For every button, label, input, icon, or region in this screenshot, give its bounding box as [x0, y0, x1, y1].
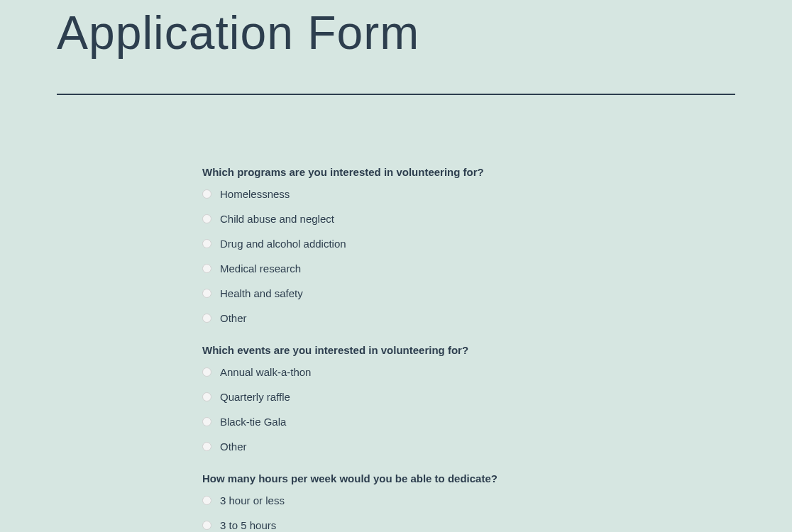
- option-label: Black-tie Gala: [220, 416, 286, 428]
- option-child-abuse: Child abuse and neglect: [202, 213, 678, 225]
- radio-walkathon[interactable]: [202, 367, 211, 377]
- radio-other-programs[interactable]: [202, 314, 211, 323]
- question-text: Which programs are you interested in vol…: [202, 166, 678, 178]
- option-3-to-5: 3 to 5 hours: [202, 519, 678, 531]
- option-3-or-less: 3 hour or less: [202, 494, 678, 506]
- option-other-programs: Other: [202, 312, 678, 324]
- option-label: 3 to 5 hours: [220, 519, 276, 531]
- option-raffle: Quarterly raffle: [202, 391, 678, 403]
- option-label: Annual walk-a-thon: [220, 366, 311, 378]
- radio-3-or-less[interactable]: [202, 496, 211, 505]
- radio-health-safety[interactable]: [202, 289, 211, 298]
- radio-other-events[interactable]: [202, 442, 211, 451]
- question-events: Which events are you interested in volun…: [202, 344, 678, 453]
- question-text: Which events are you interested in volun…: [202, 344, 678, 356]
- radio-medical-research[interactable]: [202, 264, 211, 273]
- option-label: Child abuse and neglect: [220, 213, 334, 225]
- option-label: Quarterly raffle: [220, 391, 290, 403]
- option-gala: Black-tie Gala: [202, 416, 678, 428]
- option-homelessness: Homelessness: [202, 188, 678, 200]
- option-label: 3 hour or less: [220, 494, 285, 506]
- option-health-safety: Health and safety: [202, 287, 678, 299]
- option-drug-alcohol: Drug and alcohol addiction: [202, 238, 678, 250]
- radio-homelessness[interactable]: [202, 189, 211, 199]
- divider: [57, 94, 735, 95]
- option-group-programs: Homelessness Child abuse and neglect Dru…: [202, 188, 678, 324]
- form-content: Which programs are you interested in vol…: [57, 166, 735, 531]
- question-programs: Which programs are you interested in vol…: [202, 166, 678, 324]
- option-label: Homelessness: [220, 188, 290, 200]
- option-label: Medical research: [220, 262, 301, 275]
- question-hours: How many hours per week would you be abl…: [202, 472, 678, 531]
- option-label: Other: [220, 312, 247, 324]
- page-title: Application Form: [57, 6, 735, 60]
- option-walkathon: Annual walk-a-thon: [202, 366, 678, 378]
- option-group-events: Annual walk-a-thon Quarterly raffle Blac…: [202, 366, 678, 453]
- option-label: Drug and alcohol addiction: [220, 238, 346, 250]
- option-label: Health and safety: [220, 287, 303, 299]
- option-group-hours: 3 hour or less 3 to 5 hours: [202, 494, 678, 531]
- option-medical-research: Medical research: [202, 262, 678, 275]
- radio-child-abuse[interactable]: [202, 214, 211, 223]
- option-label: Other: [220, 440, 247, 453]
- radio-3-to-5[interactable]: [202, 521, 211, 530]
- radio-drug-alcohol[interactable]: [202, 239, 211, 248]
- question-text: How many hours per week would you be abl…: [202, 472, 678, 484]
- radio-gala[interactable]: [202, 417, 211, 426]
- option-other-events: Other: [202, 440, 678, 453]
- radio-raffle[interactable]: [202, 392, 211, 401]
